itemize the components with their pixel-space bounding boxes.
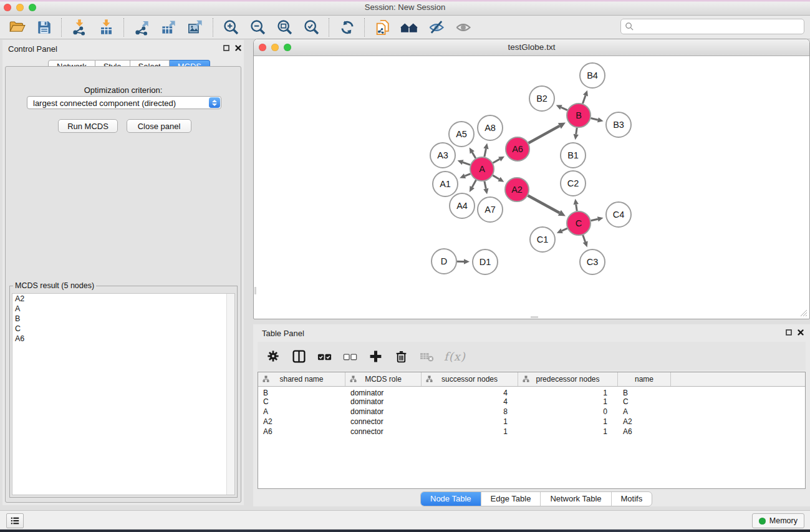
search-input[interactable] [637, 21, 804, 32]
column-header-name[interactable]: name [618, 372, 671, 386]
zoom-fit-button[interactable] [276, 18, 294, 36]
column-header-shared-name[interactable]: shared name [258, 372, 345, 386]
table-cell[interactable]: C [618, 397, 671, 407]
reset-views-button[interactable] [400, 18, 418, 36]
task-history-button[interactable] [6, 513, 24, 528]
close-panel-button[interactable]: Close panel [127, 119, 191, 133]
column-header-successor-nodes[interactable]: successor nodes [422, 372, 518, 386]
zoom-selected-button[interactable] [302, 18, 321, 36]
open-session-button[interactable] [374, 18, 392, 36]
tab-node-table[interactable]: Node Table [421, 492, 481, 506]
table-cell[interactable]: 0 [518, 407, 618, 417]
close-panel-icon[interactable] [798, 329, 804, 336]
table-row[interactable]: Adominator80A [258, 407, 805, 417]
graph-edge-C-C1[interactable] [562, 228, 567, 231]
table-cell[interactable]: dominator [345, 397, 422, 407]
import-network-button[interactable] [70, 18, 89, 36]
table-cell[interactable]: A6 [618, 427, 671, 437]
mcds-result-item[interactable]: A2 [12, 294, 234, 304]
mcds-result-list[interactable]: A2ABCA6 [12, 293, 235, 495]
mcds-result-item[interactable]: A6 [12, 334, 234, 344]
zoom-in-button[interactable] [222, 18, 240, 36]
mcds-result-item[interactable]: A [12, 304, 234, 314]
graph-edge-A2-C[interactable] [528, 196, 560, 213]
column-header-MCDS-role[interactable]: MCDS role [345, 372, 422, 386]
graph-edge-A-A1[interactable] [465, 174, 470, 177]
deselect-all-columns-button[interactable] [342, 348, 358, 364]
zoom-out-button[interactable] [249, 18, 267, 36]
resize-grip-icon[interactable] [799, 309, 808, 317]
export-image-button[interactable] [186, 18, 205, 36]
graph-edge-B-B3[interactable] [591, 118, 597, 120]
graph-edge-B-B4[interactable] [583, 95, 586, 104]
node-attribute-table[interactable]: shared nameMCDS rolesuccessor nodesprede… [258, 372, 806, 489]
import-table-button[interactable] [97, 18, 115, 36]
function-builder-button[interactable]: f(x) [444, 350, 466, 363]
table-row[interactable]: Cdominator41C [258, 397, 805, 407]
table-cell[interactable]: 1 [422, 427, 518, 437]
mcds-result-item[interactable]: C [12, 324, 234, 334]
float-panel-icon[interactable] [223, 45, 229, 51]
table-cell[interactable]: A6 [258, 427, 345, 437]
memory-button[interactable]: Memory [752, 513, 804, 528]
tab-motifs[interactable]: Motifs [611, 492, 652, 506]
table-row[interactable]: A2connector11A2 [258, 417, 805, 427]
float-panel-icon[interactable] [786, 329, 792, 336]
criterion-dropdown[interactable]: largest connected component (directed) [27, 96, 221, 109]
tab-edge-table[interactable]: Edge Table [481, 492, 541, 506]
table-cell[interactable]: 4 [422, 388, 518, 397]
table-cell[interactable]: A [618, 407, 671, 417]
scrollbar-track[interactable] [226, 294, 234, 495]
table-cell[interactable]: 1 [518, 417, 618, 427]
tab-network-table[interactable]: Network Table [540, 492, 610, 506]
table-cell[interactable]: A2 [258, 417, 345, 427]
table-row[interactable]: A6connector11A6 [258, 427, 805, 437]
table-cell[interactable]: C [258, 397, 345, 407]
table-cell[interactable]: 1 [518, 388, 618, 397]
table-cell[interactable]: connector [345, 427, 422, 437]
network-graph[interactable]: B4B2BB3A8A5A6A3B1AC2A1A2A4A7C4CC1C3DD1 [254, 56, 809, 318]
table-cell[interactable]: A [258, 407, 345, 417]
table-cell[interactable]: A2 [618, 417, 671, 427]
export-table-button[interactable] [160, 18, 178, 36]
table-cell[interactable]: B [618, 388, 671, 397]
graph-edge-A-A5[interactable] [472, 152, 476, 158]
table-cell[interactable]: 1 [518, 397, 618, 407]
close-panel-icon[interactable] [235, 45, 241, 51]
table-cell[interactable]: connector [345, 417, 422, 427]
destroy-table-button[interactable] [418, 348, 435, 364]
graph-edge-A6-B[interactable] [529, 126, 560, 143]
graph-edge-B-B2[interactable] [561, 107, 567, 110]
export-network-button[interactable] [133, 18, 151, 36]
graph-edge-A-A3[interactable] [463, 162, 470, 165]
table-cell[interactable]: dominator [345, 407, 422, 417]
select-all-columns-button[interactable] [316, 348, 332, 364]
table-cell[interactable]: 1 [422, 417, 518, 427]
table-cell[interactable]: 8 [422, 407, 518, 417]
table-cell[interactable]: 4 [422, 397, 518, 407]
hide-graphics-details-button[interactable] [427, 18, 445, 36]
graph-edge-A-A8[interactable] [485, 148, 486, 157]
graph-edge-C-C3[interactable] [583, 235, 586, 242]
network-window-titlebar[interactable]: testGlobe.txt [254, 39, 809, 56]
save-session-button[interactable] [35, 18, 53, 36]
table-options-button[interactable] [265, 348, 281, 364]
column-header-predecessor-nodes[interactable]: predecessor nodes [518, 372, 618, 386]
search-field[interactable] [620, 19, 804, 34]
open-file-button[interactable] [8, 18, 26, 36]
table-cell[interactable]: 1 [518, 427, 618, 437]
run-mcds-button[interactable]: Run MCDS [58, 119, 118, 133]
table-cell[interactable]: B [258, 388, 345, 397]
delete-columns-button[interactable] [393, 348, 409, 364]
apply-layout-button[interactable] [338, 18, 356, 36]
table-cell[interactable]: dominator [345, 388, 422, 397]
graph-edge-C-C2[interactable] [576, 205, 577, 211]
graph-edge-A-A7[interactable] [485, 181, 486, 189]
graph-edge-A-A6[interactable] [493, 159, 499, 163]
graph-edge-B-B1[interactable] [576, 128, 577, 135]
graph-edge-A-A4[interactable] [472, 180, 476, 188]
mcds-result-item[interactable]: B [12, 314, 234, 324]
graph-edge-A-A2[interactable] [493, 175, 499, 179]
show-columns-button[interactable] [291, 348, 307, 364]
network-canvas[interactable]: B4B2BB3A8A5A6A3B1AC2A1A2A4A7C4CC1C3DD1 [254, 56, 809, 318]
